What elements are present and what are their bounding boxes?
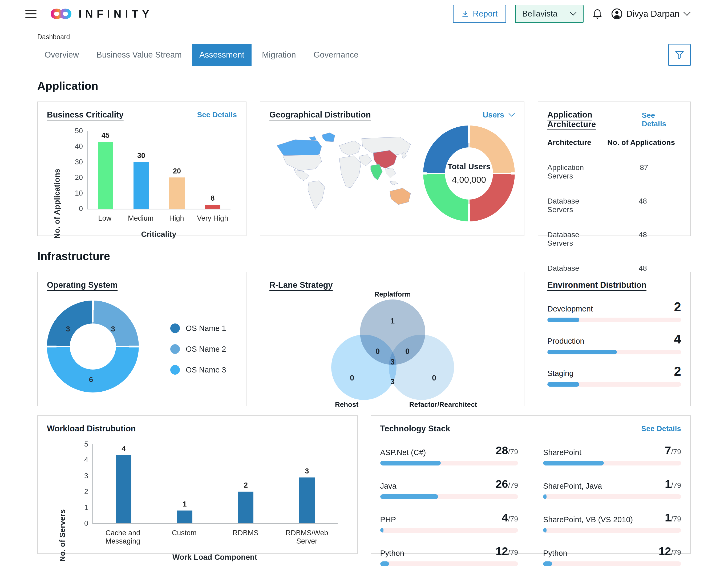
bar-plot: 0123454123 bbox=[92, 444, 338, 524]
bars-area: 4530208 bbox=[88, 131, 230, 209]
workspace-selector[interactable]: Bellavista bbox=[515, 5, 584, 23]
tech-item: ASP.Net (C#)28/79 bbox=[380, 444, 518, 465]
top-bar: INFINITY Report Bellavista bbox=[0, 0, 728, 28]
x-axis-title: Work Load Component bbox=[92, 553, 338, 562]
bar-slot: 30 bbox=[123, 131, 159, 209]
x-tick-label: Custom bbox=[153, 529, 215, 545]
bar-slot: 8 bbox=[195, 131, 230, 209]
tech-item: SharePoint7/79 bbox=[543, 444, 681, 465]
tab-migration[interactable]: Migration bbox=[255, 44, 303, 66]
x-tick-labels: Cache and MessagingCustomRDBMSRDBMS/Web … bbox=[92, 529, 338, 545]
donut-segment-value: 3 bbox=[111, 325, 115, 333]
legend-color-dot bbox=[170, 344, 180, 354]
environment-label: Staging bbox=[547, 369, 573, 378]
see-details-link[interactable]: See Details bbox=[197, 111, 237, 119]
x-tick-label: RDBMS/Web Server bbox=[276, 529, 337, 545]
tab-governance[interactable]: Governance bbox=[306, 44, 366, 66]
bar[interactable] bbox=[205, 205, 220, 209]
environment-label: Production bbox=[547, 337, 584, 346]
y-tick-label: 30 bbox=[75, 158, 83, 166]
bar-value-label: 4 bbox=[122, 445, 126, 453]
map-region-greenland[interactable] bbox=[322, 133, 335, 142]
table-row[interactable]: Database Servers48 bbox=[547, 197, 681, 214]
bar-slot: 1 bbox=[154, 444, 215, 523]
x-tick-label: Low bbox=[87, 214, 123, 222]
environment-distribution-card: Environment Distribution Development2Pro… bbox=[538, 272, 691, 406]
environment-row: Production4 bbox=[547, 333, 681, 354]
tech-label: Java bbox=[380, 482, 397, 491]
x-axis-title: Criticality bbox=[87, 230, 230, 239]
business-criticality-card: Business Criticality See Details No. of … bbox=[37, 102, 246, 236]
see-details-link[interactable]: See Details bbox=[642, 111, 681, 128]
y-tick-label: 2 bbox=[84, 488, 88, 496]
venn-set-label: Rehost bbox=[335, 400, 358, 409]
bar[interactable] bbox=[98, 142, 113, 209]
chevron-down-icon bbox=[683, 12, 691, 16]
bar-value-label: 8 bbox=[211, 194, 215, 203]
progress-fill bbox=[380, 561, 389, 566]
tab-assessment[interactable]: Assessment bbox=[192, 44, 252, 66]
bar[interactable] bbox=[169, 177, 185, 209]
bar[interactable] bbox=[116, 455, 131, 523]
progress-fill bbox=[547, 350, 617, 354]
table-row[interactable]: Application Servers87 bbox=[547, 163, 681, 180]
menu-icon[interactable] bbox=[25, 10, 37, 18]
progress-bar bbox=[380, 528, 518, 533]
card-title: Environment Distribution bbox=[547, 280, 646, 290]
progress-bar bbox=[380, 561, 518, 566]
tab-business-value-stream[interactable]: Business Value Stream bbox=[89, 44, 189, 66]
y-tick-label: 1 bbox=[84, 503, 88, 512]
tech-column: ASP.Net (C#)28/79Java26/79PHP4/79Python1… bbox=[380, 444, 518, 566]
geographical-distribution-card: Geographical Distribution Users bbox=[260, 102, 524, 236]
tech-value: 12/79 bbox=[659, 545, 681, 558]
progress-bar bbox=[543, 494, 681, 499]
bar[interactable] bbox=[134, 162, 149, 209]
y-tick-label: 0 bbox=[79, 205, 83, 213]
venn-value: 0 bbox=[375, 347, 380, 356]
progress-bar bbox=[547, 350, 681, 354]
filter-button[interactable] bbox=[668, 44, 691, 66]
progress-fill bbox=[380, 528, 384, 533]
x-tick-labels: LowMediumHighVery High bbox=[87, 214, 230, 222]
y-tick-label: 50 bbox=[75, 127, 83, 135]
bar-value-label: 1 bbox=[183, 500, 187, 508]
venn-diagram: Replatform Rehost Refactor/Rearchitect 1… bbox=[269, 292, 515, 409]
users-donut-chart: Total Users 4,00,000 bbox=[423, 125, 515, 221]
bar[interactable] bbox=[238, 492, 253, 523]
bar[interactable] bbox=[177, 511, 192, 523]
column-header: No. of Applications bbox=[601, 138, 681, 147]
legend-color-dot bbox=[170, 323, 180, 333]
metric-selector-dropdown[interactable]: Users bbox=[483, 111, 515, 119]
tech-value: 4/79 bbox=[502, 511, 518, 524]
progress-fill bbox=[380, 461, 441, 465]
user-menu[interactable]: Divya Darpan bbox=[611, 8, 691, 19]
tech-item: Python12/79 bbox=[380, 545, 518, 566]
see-details-link[interactable]: See Details bbox=[641, 424, 681, 433]
report-button[interactable]: Report bbox=[453, 5, 506, 23]
donut-segment-value: 6 bbox=[89, 375, 93, 384]
progress-bar bbox=[380, 494, 518, 499]
x-tick-label: Cache and Messaging bbox=[92, 529, 153, 545]
world-map bbox=[269, 129, 415, 217]
y-tick-label: 5 bbox=[84, 440, 88, 448]
environment-label: Development bbox=[547, 305, 593, 313]
bar[interactable] bbox=[299, 477, 315, 523]
chevron-down-icon bbox=[570, 12, 577, 16]
map-region-australia[interactable] bbox=[390, 188, 411, 205]
chevron-down-icon bbox=[508, 113, 515, 117]
venn-set-label: Replatform bbox=[374, 290, 411, 298]
notifications-bell-icon[interactable] bbox=[593, 9, 602, 19]
environment-row: Staging2 bbox=[547, 365, 681, 387]
card-title: Business Criticality bbox=[47, 110, 124, 120]
venn-set-label: Refactor/Rearchitect bbox=[409, 400, 477, 409]
tab-overview[interactable]: Overview bbox=[37, 44, 86, 66]
business-criticality-chart: No. of Applications010203040504530208Low… bbox=[47, 131, 237, 239]
progress-bar bbox=[543, 461, 681, 465]
card-title: Application Architecture bbox=[547, 110, 642, 129]
progress-bar bbox=[547, 318, 681, 322]
legend-label: OS Name 2 bbox=[186, 345, 226, 354]
venn-value: 0 bbox=[432, 374, 436, 382]
table-row[interactable]: Database Servers48 bbox=[547, 230, 681, 248]
bar-slot: 45 bbox=[88, 131, 123, 209]
card-title: Operating System bbox=[47, 280, 118, 290]
